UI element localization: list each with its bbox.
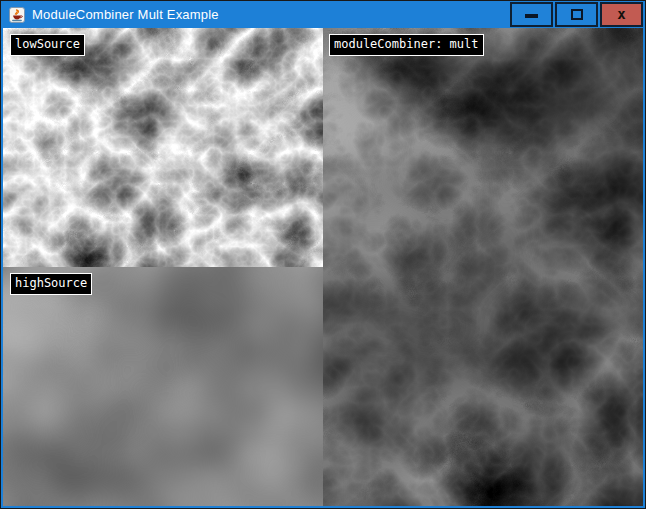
panel-high-source: highSource bbox=[3, 267, 323, 506]
high-source-noise-image bbox=[3, 267, 323, 506]
minimize-icon bbox=[525, 14, 538, 18]
titlebar[interactable]: ModuleCombiner Mult Example x bbox=[3, 1, 643, 28]
maximize-button[interactable] bbox=[555, 2, 598, 27]
low-source-noise-image bbox=[3, 28, 323, 267]
panel-module-combiner: moduleCombiner: mult bbox=[323, 28, 643, 506]
noise-preview-area: lowSource highSource bbox=[3, 28, 643, 506]
high-source-label: highSource bbox=[10, 273, 92, 295]
low-source-label: lowSource bbox=[10, 34, 85, 56]
module-combiner-label: moduleCombiner: mult bbox=[329, 34, 484, 56]
minimize-button[interactable] bbox=[510, 2, 553, 27]
java-app-icon bbox=[9, 7, 25, 23]
maximize-icon bbox=[571, 9, 583, 20]
window-title: ModuleCombiner Mult Example bbox=[32, 7, 219, 22]
window-controls: x bbox=[510, 1, 643, 28]
app-window: ModuleCombiner Mult Example x bbox=[0, 0, 646, 509]
panel-low-source: lowSource bbox=[3, 28, 323, 267]
close-button[interactable]: x bbox=[600, 2, 643, 27]
left-column: lowSource highSource bbox=[3, 28, 323, 506]
combined-noise-image bbox=[323, 28, 643, 506]
close-icon: x bbox=[617, 7, 625, 21]
